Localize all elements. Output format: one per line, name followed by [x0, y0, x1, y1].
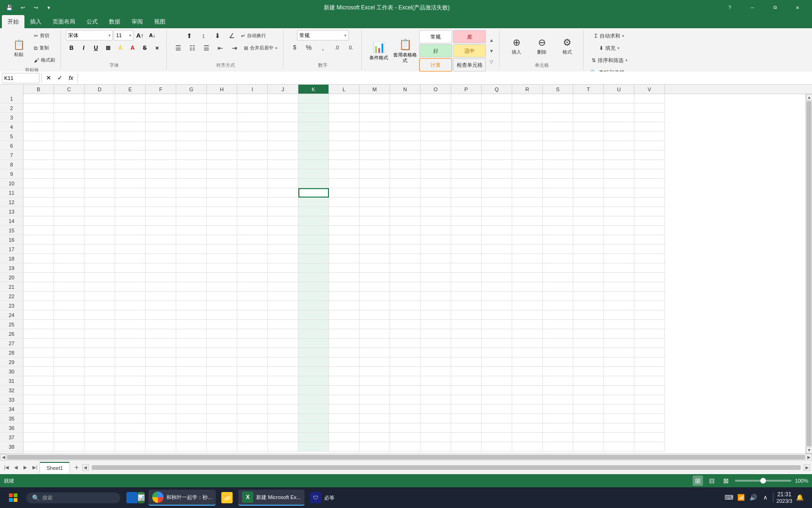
sheet-nav-next[interactable]: ▶	[21, 463, 30, 472]
cell-I30[interactable]	[237, 367, 268, 376]
cell-Q1[interactable]	[482, 94, 512, 103]
cell-P18[interactable]	[451, 254, 482, 263]
cell-R32[interactable]	[512, 386, 543, 395]
cell-N9[interactable]	[390, 169, 421, 179]
hscroll-thumb[interactable]	[92, 465, 801, 470]
cell-P12[interactable]	[451, 198, 482, 207]
cell-P11[interactable]	[451, 188, 482, 198]
cell-C29[interactable]	[54, 357, 85, 367]
cell-C37[interactable]	[54, 433, 85, 442]
cell-B31[interactable]	[23, 376, 54, 386]
cell-I5[interactable]	[237, 132, 268, 141]
cell-B4[interactable]	[23, 122, 54, 132]
cell-S33[interactable]	[543, 395, 573, 405]
cell-S9[interactable]	[543, 169, 573, 179]
cell-D36[interactable]	[85, 423, 115, 433]
cell-S15[interactable]	[543, 226, 573, 235]
cell-G21[interactable]	[176, 282, 207, 292]
cell-G28[interactable]	[176, 348, 207, 357]
cell-M32[interactable]	[359, 386, 390, 395]
cell-P23[interactable]	[451, 301, 482, 310]
cell-E32[interactable]	[115, 386, 146, 395]
cell-P2[interactable]	[451, 103, 482, 113]
clock[interactable]: 21:31 2023/3	[776, 491, 792, 504]
cell-N4[interactable]	[390, 122, 421, 132]
col-header-M[interactable]: M	[359, 85, 390, 94]
cell-D34[interactable]	[85, 405, 115, 414]
cell-T9[interactable]	[573, 169, 604, 179]
cell-G8[interactable]	[176, 160, 207, 169]
cell-K19[interactable]	[298, 263, 329, 273]
row-header-27[interactable]: 27	[0, 339, 23, 348]
cell-G20[interactable]	[176, 273, 207, 282]
cell-H6[interactable]	[207, 141, 237, 151]
cell-R38[interactable]	[512, 442, 543, 452]
cell-V34[interactable]	[634, 405, 665, 414]
cell-U34[interactable]	[604, 405, 634, 414]
cell-I18[interactable]	[237, 254, 268, 263]
cell-M4[interactable]	[359, 122, 390, 132]
scroll-up-button[interactable]: ▲	[806, 94, 812, 101]
cell-E20[interactable]	[115, 273, 146, 282]
cell-D38[interactable]	[85, 442, 115, 452]
cell-V5[interactable]	[634, 132, 665, 141]
cell-H27[interactable]	[207, 339, 237, 348]
cell-H12[interactable]	[207, 198, 237, 207]
cell-D11[interactable]	[85, 188, 115, 198]
cell-Q9[interactable]	[482, 169, 512, 179]
cell-V1[interactable]	[634, 94, 665, 103]
cell-Q36[interactable]	[482, 423, 512, 433]
col-header-E[interactable]: E	[115, 85, 146, 94]
cell-G11[interactable]	[176, 188, 207, 198]
cell-J25[interactable]	[268, 320, 298, 329]
minimize-button[interactable]: ─	[742, 0, 763, 15]
row-header-1[interactable]: 1	[0, 94, 23, 103]
cell-E16[interactable]	[115, 235, 146, 245]
cell-S12[interactable]	[543, 198, 573, 207]
cell-K2[interactable]	[298, 103, 329, 113]
cell-D27[interactable]	[85, 339, 115, 348]
page-layout-view-button[interactable]: ⊟	[707, 476, 717, 486]
cell-J31[interactable]	[268, 376, 298, 386]
undo-button[interactable]: ↩	[17, 2, 28, 13]
cell-S37[interactable]	[543, 433, 573, 442]
cell-N33[interactable]	[390, 395, 421, 405]
cell-V16[interactable]	[634, 235, 665, 245]
cell-O14[interactable]	[421, 216, 451, 226]
cell-I3[interactable]	[237, 113, 268, 122]
cell-M30[interactable]	[359, 367, 390, 376]
cell-L24[interactable]	[329, 310, 359, 320]
cell-D7[interactable]	[85, 151, 115, 160]
cell-C27[interactable]	[54, 339, 85, 348]
cell-E33[interactable]	[115, 395, 146, 405]
cell-V17[interactable]	[634, 245, 665, 254]
cell-T29[interactable]	[573, 357, 604, 367]
cell-V7[interactable]	[634, 151, 665, 160]
cell-S14[interactable]	[543, 216, 573, 226]
cell-P14[interactable]	[451, 216, 482, 226]
cell-B29[interactable]	[23, 357, 54, 367]
cell-K17[interactable]	[298, 245, 329, 254]
cell-O2[interactable]	[421, 103, 451, 113]
cell-O7[interactable]	[421, 151, 451, 160]
cell-G14[interactable]	[176, 216, 207, 226]
cell-O9[interactable]	[421, 169, 451, 179]
cell-J32[interactable]	[268, 386, 298, 395]
cell-S1[interactable]	[543, 94, 573, 103]
row-header-30[interactable]: 30	[0, 367, 23, 376]
cell-M7[interactable]	[359, 151, 390, 160]
cell-E7[interactable]	[115, 151, 146, 160]
restore-button[interactable]: ⧉	[764, 0, 786, 15]
cell-M29[interactable]	[359, 357, 390, 367]
cell-K8[interactable]	[298, 160, 329, 169]
help-button[interactable]: ?	[719, 0, 741, 15]
cell-V26[interactable]	[634, 329, 665, 339]
cell-E18[interactable]	[115, 254, 146, 263]
cell-J11[interactable]	[268, 188, 298, 198]
cell-F1[interactable]	[146, 94, 176, 103]
col-header-P[interactable]: P	[451, 85, 482, 94]
cell-H1[interactable]	[207, 94, 237, 103]
cell-G38[interactable]	[176, 442, 207, 452]
tab-home[interactable]: 开始	[2, 15, 24, 28]
cell-J13[interactable]	[268, 207, 298, 216]
